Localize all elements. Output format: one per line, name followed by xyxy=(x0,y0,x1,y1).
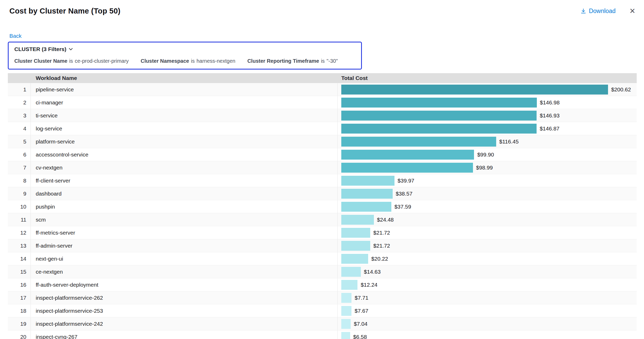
table-row: 13 ff-admin-server $21.72 xyxy=(8,239,637,252)
cost-value-label: $116.45 xyxy=(499,139,519,145)
row-workload-name: inspect-cvng-267 xyxy=(31,330,338,339)
cost-value-label: $7.67 xyxy=(355,308,368,314)
row-rank: 16 xyxy=(8,278,31,291)
row-total-cost: $98.99 xyxy=(338,161,637,174)
cost-value-label: $146.98 xyxy=(540,99,560,106)
row-workload-name: pipeline-service xyxy=(31,83,338,96)
cost-bar[interactable] xyxy=(341,98,537,108)
cost-bar[interactable] xyxy=(341,189,393,199)
row-rank: 19 xyxy=(8,317,31,330)
row-rank: 20 xyxy=(8,330,31,339)
download-button[interactable]: Download xyxy=(580,8,616,15)
cost-bar[interactable] xyxy=(341,280,357,290)
table-row: 17 inspect-platformservice-262 $7.71 xyxy=(8,291,637,304)
table-row: 15 ce-nextgen $14.63 xyxy=(8,265,637,278)
table-row: 4 log-service $146.87 xyxy=(8,122,637,135)
cost-bar[interactable] xyxy=(341,306,351,316)
row-rank: 8 xyxy=(8,174,31,187)
back-link[interactable]: Back xyxy=(9,33,22,39)
table-row: 2 ci-manager $146.98 xyxy=(8,96,637,109)
download-label: Download xyxy=(589,8,616,15)
cost-bar[interactable] xyxy=(341,85,608,95)
row-workload-name: dashboard xyxy=(31,187,338,200)
row-workload-name: ff-auth-server-deployment xyxy=(31,278,338,291)
total-cost-column-header: Total Cost xyxy=(338,75,637,81)
row-rank: 18 xyxy=(8,304,31,317)
row-workload-name: pushpin xyxy=(31,200,338,213)
cost-bar[interactable] xyxy=(341,137,496,147)
filter-operator: is xyxy=(69,58,73,64)
table-row: 8 ff-client-server $39.97 xyxy=(8,174,637,187)
filter-field: Cluster Cluster Name xyxy=(14,58,67,64)
chevron-down-icon xyxy=(69,48,73,51)
panel-header: Cost by Cluster Name (Top 50) Download × xyxy=(0,0,644,16)
filter-value: "-30" xyxy=(326,58,338,64)
table-row: 20 inspect-cvng-267 $6.58 xyxy=(8,330,637,339)
cost-bar[interactable] xyxy=(341,332,350,339)
row-workload-name: ti-service xyxy=(31,109,338,122)
row-workload-name: next-gen-ui xyxy=(31,252,338,265)
row-workload-name: platform-service xyxy=(31,135,338,148)
row-rank: 11 xyxy=(8,213,31,226)
row-total-cost: $116.45 xyxy=(338,135,637,148)
row-workload-name: log-service xyxy=(31,122,338,135)
row-rank: 9 xyxy=(8,187,31,200)
row-total-cost: $200.62 xyxy=(338,83,637,96)
row-rank: 1 xyxy=(8,83,31,96)
row-total-cost: $146.87 xyxy=(338,122,637,135)
row-total-cost: $7.04 xyxy=(338,317,637,330)
cost-value-label: $200.62 xyxy=(611,86,631,93)
row-total-cost: $20.22 xyxy=(338,252,637,265)
row-total-cost: $39.97 xyxy=(338,174,637,187)
row-total-cost: $12.24 xyxy=(338,278,637,291)
row-workload-name: ff-admin-server xyxy=(31,239,338,252)
filter-conditions: Cluster Cluster Name is ce-prod-cluster-… xyxy=(14,58,355,64)
table-row: 9 dashboard $38.57 xyxy=(8,187,637,200)
filter-operator: is xyxy=(321,58,325,64)
row-workload-name: ff-client-server xyxy=(31,174,338,187)
cost-value-label: $38.57 xyxy=(396,191,412,197)
table-row: 10 pushpin $37.59 xyxy=(8,200,637,213)
cost-bar[interactable] xyxy=(341,228,370,238)
filter-item: Cluster Namespace is harness-nextgen xyxy=(141,58,235,64)
row-rank: 3 xyxy=(8,109,31,122)
cost-bar[interactable] xyxy=(341,202,391,212)
cost-bar[interactable] xyxy=(341,241,370,251)
filter-field: Cluster Reporting Timeframe xyxy=(247,58,319,64)
cost-bar[interactable] xyxy=(341,254,368,264)
cost-bar[interactable] xyxy=(341,215,374,225)
row-rank: 13 xyxy=(8,239,31,252)
row-workload-name: cv-nextgen xyxy=(31,161,338,174)
row-total-cost: $7.67 xyxy=(338,304,637,317)
cost-value-label: $7.71 xyxy=(355,295,368,301)
cost-bar[interactable] xyxy=(341,267,361,277)
table-row: 12 ff-metrics-server $21.72 xyxy=(8,226,637,239)
row-workload-name: inspect-platformservice-242 xyxy=(31,317,338,330)
cost-value-label: $14.63 xyxy=(364,269,381,275)
table-body: 1 pipeline-service $200.62 2 ci-manager … xyxy=(8,83,637,339)
cost-bar[interactable] xyxy=(341,150,474,160)
table-row: 14 next-gen-ui $20.22 xyxy=(8,252,637,265)
row-workload-name: ce-nextgen xyxy=(31,265,338,278)
table-row: 16 ff-auth-server-deployment $12.24 xyxy=(8,278,637,291)
row-total-cost: $7.71 xyxy=(338,291,637,304)
cost-value-label: $20.22 xyxy=(371,256,388,262)
cost-value-label: $98.99 xyxy=(476,165,493,171)
cost-bar[interactable] xyxy=(341,176,394,186)
row-workload-name: ci-manager xyxy=(31,96,338,109)
row-total-cost: $37.59 xyxy=(338,200,637,213)
filter-value: ce-prod-cluster-primary xyxy=(75,58,129,64)
cost-value-label: $7.04 xyxy=(354,321,368,327)
filter-group-toggle[interactable]: CLUSTER (3 Filters) xyxy=(14,46,73,52)
cost-bar[interactable] xyxy=(341,319,351,329)
close-icon[interactable]: × xyxy=(630,6,635,16)
cost-value-label: $99.90 xyxy=(477,152,494,158)
cost-bar[interactable] xyxy=(341,111,537,121)
table-row: 3 ti-service $146.93 xyxy=(8,109,637,122)
cost-bar[interactable] xyxy=(341,124,537,134)
cost-bar[interactable] xyxy=(341,293,351,303)
row-workload-name: inspect-platformservice-262 xyxy=(31,291,338,304)
row-workload-name: ff-metrics-server xyxy=(31,226,338,239)
row-workload-name: inspect-platformservice-253 xyxy=(31,304,338,317)
cost-bar[interactable] xyxy=(341,163,473,173)
